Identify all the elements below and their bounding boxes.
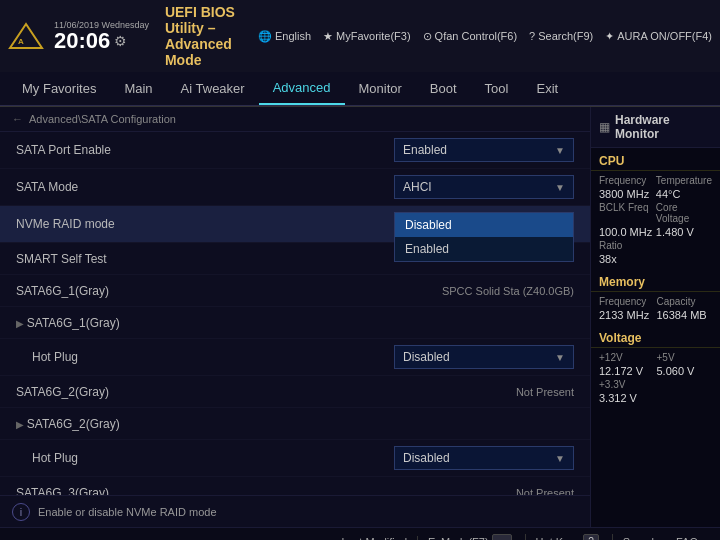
core-voltage-label: Core Voltage [656, 202, 712, 224]
info-bar: i Enable or disable NVMe RAID mode [0, 495, 590, 527]
sata-port-enable-dropdown[interactable]: Enabled ▼ [394, 138, 574, 162]
cpu-temp-value: 44°C [656, 188, 712, 200]
faq-item[interactable]: Search on FAQ [613, 536, 708, 541]
mem-freq-label: Frequency [599, 296, 655, 307]
nvme-raid-value: Disabled ▼ Disabled Enabled [394, 212, 574, 236]
hardware-monitor-panel: ▦ Hardware Monitor CPU Frequency Tempera… [590, 107, 720, 527]
nav-monitor[interactable]: Monitor [345, 73, 416, 104]
content-area: ← Advanced\SATA Configuration SATA Port … [0, 107, 590, 527]
qfan-button[interactable]: ⊙ Qfan Control(F6) [423, 30, 518, 43]
nvme-option-enabled[interactable]: Enabled [395, 237, 573, 261]
core-voltage-value: 1.480 V [656, 226, 712, 238]
cpu-stats: Frequency Temperature 3800 MHz 44°C BCLK… [591, 171, 720, 269]
ratio-blank [656, 240, 712, 251]
sata6g2-expand-label[interactable]: SATA6G_2(Gray) [16, 417, 574, 431]
mem-cap-value: 16384 MB [657, 309, 713, 321]
breadcrumb: ← Advanced\SATA Configuration [0, 107, 590, 132]
nav-advanced[interactable]: Advanced [259, 72, 345, 105]
v33-blank [657, 379, 713, 390]
voltage-stats: +12V +5V 12.172 V 5.060 V +3.3V 3.312 V [591, 348, 720, 408]
hot-plug-1-label: Hot Plug [32, 350, 394, 364]
sata6g2-label-row: SATA6G_2(Gray) Not Present [0, 376, 590, 408]
hot-plug-1-value: Disabled ▼ [394, 345, 574, 369]
ezmode-item[interactable]: EzMode(F7) → [418, 534, 526, 540]
bios-title: UEFI BIOS Utility – Advanced Mode [165, 4, 248, 68]
mem-cap-label: Capacity [657, 296, 713, 307]
sata-port-enable-value: Enabled ▼ [394, 138, 574, 162]
header-top: A 11/06/2019 Wednesday 20:06 ⚙ UEFI BIOS… [0, 0, 720, 72]
sata6g1-device-value: SPCC Solid Sta (Z40.0GB) [442, 285, 574, 297]
hot-plug-1-selected: Disabled [403, 350, 450, 364]
sata-mode-dropdown[interactable]: AHCI ▼ [394, 175, 574, 199]
sata6g1-port-label: SATA6G_1(Gray) [16, 284, 442, 298]
sata-mode-label: SATA Mode [16, 180, 394, 194]
svg-marker-0 [10, 24, 42, 48]
header-icons: 🌐 English ★ MyFavorite(F3) ⊙ Qfan Contro… [258, 30, 712, 43]
myfavorites-button[interactable]: ★ MyFavorite(F3) [323, 30, 411, 43]
sata-port-enable-row: SATA Port Enable Enabled ▼ [0, 132, 590, 169]
nvme-raid-row: NVMe RAID mode Disabled ▼ Disabled Enabl… [0, 206, 590, 243]
hotkeys-key: ? [583, 534, 599, 540]
chevron-down-icon: ▼ [555, 453, 565, 464]
breadcrumb-text: Advanced\SATA Configuration [29, 113, 176, 125]
nav-ai-tweaker[interactable]: Ai Tweaker [167, 73, 259, 104]
sata6g2-port-label: SATA6G_2(Gray) [16, 385, 516, 399]
nvme-dropdown-popup: Disabled Enabled [394, 212, 574, 262]
nav-exit[interactable]: Exit [522, 73, 572, 104]
last-modified-label: Last Modified [342, 536, 407, 541]
nav-favorites[interactable]: My Favorites [8, 73, 110, 104]
chevron-down-icon: ▼ [555, 145, 565, 156]
qfan-label: Qfan Control(F6) [435, 30, 518, 42]
last-modified-item: Last Modified [332, 536, 418, 541]
v5-value: 5.060 V [657, 365, 713, 377]
settings-list: SATA Port Enable Enabled ▼ SATA Mode AHC… [0, 132, 590, 527]
nav-main[interactable]: Main [110, 73, 166, 104]
nav-bar: My Favorites Main Ai Tweaker Advanced Mo… [0, 72, 720, 106]
memory-section-title: Memory [591, 269, 720, 292]
chevron-down-icon: ▼ [555, 182, 565, 193]
footer: Last Modified EzMode(F7) → Hot Keys ? Se… [0, 527, 720, 540]
v12-label: +12V [599, 352, 655, 363]
asus-logo: A [8, 22, 44, 50]
sata6g1-expand-label[interactable]: SATA6G_1(Gray) [16, 316, 574, 330]
search-button[interactable]: ? Search(F9) [529, 30, 593, 42]
aura-button[interactable]: ✦ AURA ON/OFF(F4) [605, 30, 712, 43]
star-icon: ★ [323, 30, 333, 43]
sata-mode-value: AHCI ▼ [394, 175, 574, 199]
hot-plug-2-value: Disabled ▼ [394, 446, 574, 470]
chevron-down-icon: ▼ [555, 352, 565, 363]
nvme-option-disabled[interactable]: Disabled [395, 213, 573, 237]
aura-label: AURA ON/OFF(F4) [617, 30, 712, 42]
panel-title: Hardware Monitor [615, 113, 712, 141]
v12-value: 12.172 V [599, 365, 655, 377]
hot-plug-2-dropdown[interactable]: Disabled ▼ [394, 446, 574, 470]
sata-mode-row: SATA Mode AHCI ▼ [0, 169, 590, 206]
hot-plug-1-row: Hot Plug Disabled ▼ [0, 339, 590, 376]
language-button[interactable]: 🌐 English [258, 30, 311, 43]
cpu-temp-label: Temperature [656, 175, 712, 186]
sata-port-enable-label: SATA Port Enable [16, 143, 394, 157]
ratio-label: Ratio [599, 240, 654, 251]
nav-tool[interactable]: Tool [471, 73, 523, 104]
ratio-value: 38x [599, 253, 654, 265]
panel-header: ▦ Hardware Monitor [591, 107, 720, 148]
ezmode-key: → [492, 534, 512, 540]
sata6g2-expand-row[interactable]: SATA6G_2(Gray) [0, 408, 590, 440]
v5-label: +5V [657, 352, 713, 363]
hot-plug-1-dropdown[interactable]: Disabled ▼ [394, 345, 574, 369]
monitor-icon: ▦ [599, 120, 610, 134]
ezmode-label: EzMode(F7) [428, 536, 489, 541]
memory-stats: Frequency Capacity 2133 MHz 16384 MB [591, 292, 720, 325]
hotkeys-item[interactable]: Hot Keys ? [526, 534, 613, 540]
myfavorites-label: MyFavorite(F3) [336, 30, 411, 42]
hot-plug-2-label: Hot Plug [32, 451, 394, 465]
info-icon: i [12, 503, 30, 521]
nav-boot[interactable]: Boot [416, 73, 471, 104]
settings-gear-icon[interactable]: ⚙ [114, 33, 127, 49]
v33-blank2 [657, 392, 713, 404]
svg-text:A: A [18, 37, 24, 46]
sata6g1-expand-row[interactable]: SATA6G_1(Gray) [0, 307, 590, 339]
sata6g1-label-row: SATA6G_1(Gray) SPCC Solid Sta (Z40.0GB) [0, 275, 590, 307]
back-arrow-icon[interactable]: ← [12, 113, 23, 125]
aura-icon: ✦ [605, 30, 614, 43]
